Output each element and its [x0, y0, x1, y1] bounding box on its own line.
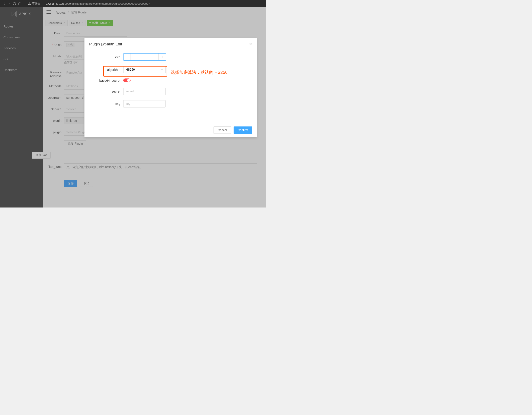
stepper-minus-button[interactable]: −: [124, 54, 131, 60]
modal-title: Plugin jwt-auth Edit: [89, 42, 122, 47]
annotation-box: [103, 66, 167, 76]
label-exp: exp: [89, 55, 123, 59]
exp-input[interactable]: [131, 54, 159, 60]
label-key: key: [89, 102, 123, 106]
key-input[interactable]: [123, 100, 166, 107]
modal-cancel-button[interactable]: Cancel: [214, 126, 231, 134]
insecure-label: 不安全: [32, 2, 40, 6]
forward-icon[interactable]: [7, 2, 12, 5]
reload-icon[interactable]: [12, 2, 17, 5]
plugin-edit-modal: Plugin jwt-auth Edit ✕ exp − + algorithm…: [85, 38, 257, 137]
insecure-warning: 不安全: [28, 2, 40, 6]
modal-confirm-button[interactable]: Confirm: [234, 126, 252, 134]
stepper-plus-button[interactable]: +: [159, 54, 166, 60]
modal-close-icon[interactable]: ✕: [249, 42, 252, 47]
url-bar[interactable]: 172.16.48.185:9080/apisix/dashboard#/sch…: [46, 2, 150, 5]
back-icon[interactable]: [2, 2, 7, 5]
home-icon[interactable]: [17, 2, 22, 5]
annotation-text: 选择加密算法，默认的 HS256: [171, 69, 228, 75]
label-secret: secret: [89, 90, 123, 93]
label-base64-secret: base64_secret: [89, 79, 123, 82]
exp-stepper[interactable]: − +: [123, 53, 166, 61]
secret-input[interactable]: [123, 88, 166, 95]
browser-bar: 不安全 172.16.48.185:9080/apisix/dashboard#…: [0, 0, 266, 7]
base64-secret-toggle[interactable]: [123, 78, 131, 82]
